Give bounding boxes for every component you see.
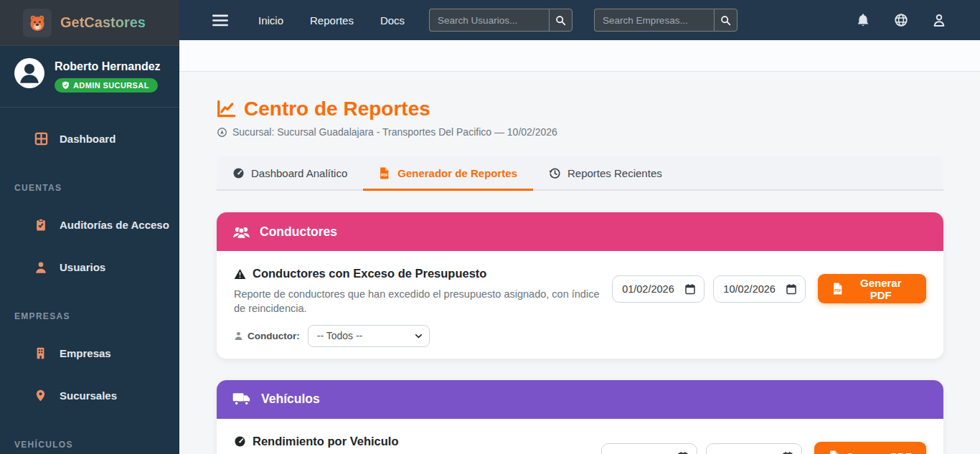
tab-label: Reportes Recientes — [567, 167, 662, 179]
map-pin-icon — [34, 389, 48, 402]
card-conductores-body: Conductores con Exceso de Presupuesto Re… — [217, 251, 943, 359]
user-profile: Roberto Hernandez ADMIN SUCURSAL — [0, 46, 179, 108]
search-empresas-button[interactable] — [714, 9, 738, 32]
date-from-value: 01/02/2026 — [622, 283, 674, 295]
sidebar-item-dashboard[interactable]: Dashboard — [0, 123, 179, 154]
sidebar-section-cuentas: CUENTAS — [14, 183, 179, 193]
tab-generador-de-reportes[interactable]: PDF Generador de Reportes — [363, 156, 533, 191]
conductor-filter-label: Conductor: — [234, 331, 300, 341]
sidebar-section-vehiculos: VEHÍCULOS — [14, 440, 179, 450]
sidebar-item-label: Usuarios — [60, 261, 105, 273]
card-conductores-header: Conductores — [217, 212, 943, 251]
sidebar-item-label: Empresas — [60, 347, 111, 359]
hamburger-menu-icon[interactable] — [212, 14, 228, 27]
users-group-icon — [232, 224, 250, 239]
search-icon — [720, 15, 731, 26]
user-icon — [34, 260, 48, 274]
date-to-input[interactable]: 10/02/2026 — [713, 275, 806, 303]
file-pdf-icon: PDF — [832, 283, 843, 295]
sidebar-item-empresas[interactable]: Empresas — [0, 337, 179, 369]
page-subtitle-text: Sucursal: Sucursal Guadalajara - Transpo… — [232, 126, 557, 138]
generar-pdf-label: Generar PDF — [849, 277, 912, 301]
page-content: Centro de Reportes Sucursal: Sucursal Gu… — [179, 72, 980, 454]
report-info: Conductores con Exceso de Presupuesto Re… — [234, 267, 612, 347]
globe-icon[interactable] — [894, 13, 908, 27]
tab-bar: Dashboard Analítico PDF Generador de Rep… — [217, 156, 943, 191]
grid-icon — [34, 132, 48, 146]
calendar-icon[interactable] — [782, 451, 793, 454]
generar-pdf-button[interactable]: PDF Generar PDF — [818, 274, 926, 303]
role-badge: ADMIN SUCURSAL — [55, 78, 158, 93]
truck-icon — [232, 392, 252, 406]
svg-text:PDF: PDF — [382, 174, 389, 177]
sidebar-item-sucursales[interactable]: Sucursales — [0, 379, 179, 411]
nav-links: Inicio Reportes Docs — [258, 14, 405, 27]
tab-dashboard-analitico[interactable]: Dashboard Analítico — [217, 156, 363, 191]
file-pdf-icon: PDF — [829, 450, 839, 454]
search-empresas-input[interactable] — [594, 9, 714, 32]
conductor-filter: Conductor: -- Todos -- — [234, 325, 612, 347]
avatar — [14, 58, 44, 88]
clipboard-check-icon — [34, 218, 48, 232]
date-to-input[interactable] — [706, 443, 802, 454]
gauge-icon — [234, 435, 246, 448]
card-vehiculos-header: Vehículos — [217, 380, 943, 419]
page-title: Centro de Reportes — [217, 98, 943, 120]
page-subtitle: Sucursal: Sucursal Guadalajara - Transpo… — [217, 126, 943, 138]
shield-icon — [62, 81, 70, 90]
generar-pdf-button[interactable]: PDF Generar PDF — [814, 442, 926, 454]
subheader-strip — [179, 40, 980, 72]
tab-label: Generador de Reportes — [397, 167, 517, 179]
sidebar-item-label: Sucursales — [60, 389, 117, 402]
generar-pdf-label: Generar PDF — [846, 450, 912, 454]
date-to-value: 10/02/2026 — [723, 283, 776, 295]
report-title-text: Rendimiento por Vehiculo — [253, 435, 399, 448]
search-empresas — [594, 9, 738, 32]
card-header-title: Vehículos — [261, 392, 320, 407]
search-icon — [555, 15, 566, 26]
tab-label: Dashboard Analítico — [251, 167, 347, 179]
conductor-select[interactable]: -- Todos -- — [308, 325, 430, 347]
card-vehiculos-body: Rendimiento por Vehiculo — [217, 419, 943, 454]
svg-text:PDF: PDF — [835, 289, 842, 293]
report-info: Rendimiento por Vehiculo — [234, 435, 399, 454]
sidebar-item-usuarios[interactable]: Usuarios — [0, 251, 179, 283]
nav-link-docs[interactable]: Docs — [380, 14, 405, 27]
tab-reportes-recientes[interactable]: Reportes Recientes — [533, 156, 678, 191]
date-from-input[interactable] — [601, 443, 697, 454]
nav-link-reportes[interactable]: Reportes — [310, 14, 354, 27]
calendar-icon[interactable] — [786, 283, 797, 295]
report-controls: PDF Generar PDF — [601, 443, 926, 454]
card-header-title: Conductores — [260, 224, 337, 240]
sidebar-menu: Dashboard CUENTAS Auditorías de Acceso U… — [0, 123, 179, 450]
search-usuarios-input[interactable] — [429, 9, 549, 32]
date-from-input[interactable]: 01/02/2026 — [612, 275, 705, 303]
chart-line-icon — [217, 100, 236, 119]
brand-name: GetCastores — [60, 14, 146, 31]
sidebar-item-label: Dashboard — [60, 133, 116, 145]
user-name: Roberto Hernandez — [55, 60, 161, 73]
brand-area[interactable]: GetCastores — [0, 0, 179, 46]
card-vehiculos: Vehículos Rendimiento por Vehiculo — [217, 380, 943, 454]
top-navbar: Inicio Reportes Docs — [179, 0, 980, 40]
navbar-icons — [856, 13, 946, 27]
report-title: Rendimiento por Vehiculo — [234, 435, 399, 448]
person-small-icon — [234, 331, 243, 341]
person-icon[interactable] — [932, 13, 946, 27]
building-icon — [34, 346, 48, 360]
calendar-icon[interactable] — [677, 451, 689, 454]
sidebar: GetCastores Roberto Hernandez ADMIN SUCU… — [0, 0, 179, 454]
sidebar-item-label: Auditorías de Acceso — [60, 219, 169, 231]
search-usuarios — [429, 9, 573, 32]
bell-icon[interactable] — [856, 13, 870, 27]
compass-icon — [217, 127, 227, 138]
nav-link-inicio[interactable]: Inicio — [258, 14, 283, 27]
calendar-icon[interactable] — [684, 283, 696, 295]
conductor-filter-label-text: Conductor: — [248, 331, 300, 341]
history-icon — [549, 167, 561, 179]
sidebar-item-auditorias[interactable]: Auditorías de Acceso — [0, 209, 179, 240]
search-usuarios-button[interactable] — [549, 9, 573, 32]
role-badge-label: ADMIN SUCURSAL — [73, 81, 149, 90]
report-title-text: Conductores con Exceso de Presupuesto — [253, 267, 486, 280]
beaver-logo-icon — [23, 9, 52, 37]
